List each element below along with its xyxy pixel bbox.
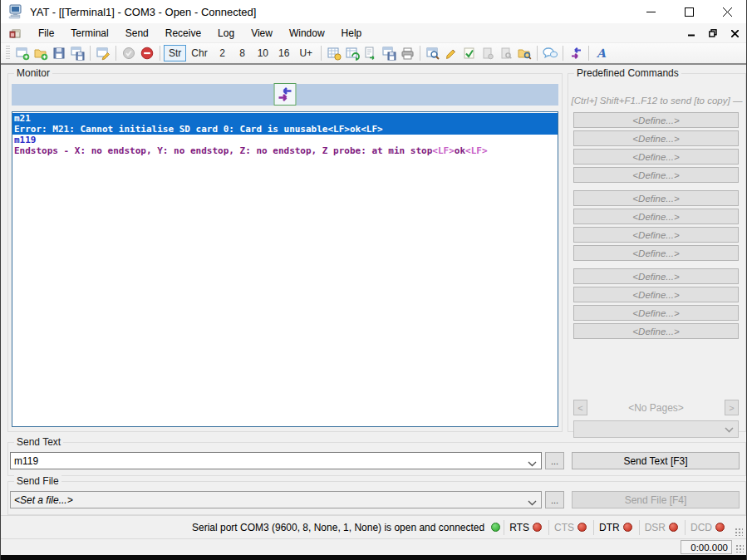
terminal-settings-icon[interactable] xyxy=(94,44,112,62)
define-command-button[interactable]: <Define...> xyxy=(573,323,739,339)
title-bar: YAT - [[Terminal1] - COM3 - Open - Conne… xyxy=(1,0,746,23)
define-command-button[interactable]: <Define...> xyxy=(573,268,739,284)
copy-page-icon xyxy=(479,44,497,62)
define-command-button[interactable]: <Define...> xyxy=(573,227,739,243)
define-command-button[interactable]: <Define...> xyxy=(573,130,739,146)
page-select-dropdown[interactable] xyxy=(573,420,739,438)
save-terminal-icon[interactable] xyxy=(50,44,68,62)
minimize-button[interactable] xyxy=(632,0,670,23)
send-text-input[interactable]: m119 xyxy=(10,452,542,469)
send-file-label: Send File xyxy=(14,475,61,487)
menu-bar: FileTerminalSendReceiveLogViewWindowHelp xyxy=(1,23,746,43)
send-text-button[interactable]: Send Text [F3] xyxy=(572,452,740,469)
window-bottom-border xyxy=(1,555,746,560)
send-file-input[interactable]: <Set a file...> xyxy=(10,491,542,508)
signal-dtr[interactable]: DTR xyxy=(593,520,637,535)
new-terminal-icon[interactable] xyxy=(13,44,32,62)
font-format-icon[interactable]: A xyxy=(592,44,611,62)
chevron-down-icon[interactable] xyxy=(528,458,537,469)
format-settings-icon[interactable] xyxy=(325,44,343,62)
define-command-button[interactable]: <Define...> xyxy=(573,287,739,302)
monitor-segment: <LF> xyxy=(465,145,488,156)
toolbar-separator xyxy=(115,46,116,61)
svg-text:A: A xyxy=(596,47,607,60)
save-monitor-icon[interactable] xyxy=(380,44,398,62)
radix-u+[interactable]: U+ xyxy=(294,45,317,61)
edit-check-icon[interactable] xyxy=(460,44,479,62)
radix-10[interactable]: 10 xyxy=(253,45,273,61)
menu-terminal[interactable]: Terminal xyxy=(62,24,116,42)
define-command-button[interactable]: <Define...> xyxy=(573,112,739,128)
edit-pencil-icon[interactable] xyxy=(442,44,460,62)
define-command-button[interactable]: <Define...> xyxy=(573,149,739,165)
stop-terminal-icon[interactable] xyxy=(138,44,156,62)
signal-dot-icon xyxy=(623,523,632,532)
menu-send[interactable]: Send xyxy=(117,24,157,42)
toolbar-separator xyxy=(420,46,420,61)
menu-receive[interactable]: Receive xyxy=(157,24,209,42)
close-button[interactable] xyxy=(708,0,746,23)
menu-log[interactable]: Log xyxy=(209,24,243,42)
find-icon[interactable] xyxy=(424,44,442,62)
menu-window[interactable]: Window xyxy=(281,24,333,42)
menu-items: FileTerminalSendReceiveLogViewWindowHelp xyxy=(30,24,370,42)
send-arrows-icon[interactable] xyxy=(567,44,585,62)
app-terminal-icon xyxy=(8,4,23,19)
radix-8[interactable]: 8 xyxy=(233,45,253,61)
connection-indicator-icon xyxy=(491,523,500,532)
define-command-button[interactable]: <Define...> xyxy=(573,305,739,321)
monitor-line[interactable]: Error: M21: Cannot initialise SD card 0:… xyxy=(12,124,558,135)
start-terminal-icon xyxy=(120,44,138,62)
send-text-label: Send Text xyxy=(14,436,63,448)
define-buttons: <Define...><Define...><Define...><Define… xyxy=(573,112,739,346)
define-command-button[interactable]: <Define...> xyxy=(573,245,739,261)
signal-dcd[interactable]: DCD xyxy=(685,520,730,535)
resize-grip[interactable] xyxy=(735,528,743,536)
define-command-button[interactable]: <Define...> xyxy=(573,209,739,224)
monitor-direction-bar xyxy=(12,84,558,106)
signal-cts[interactable]: CTS xyxy=(548,520,592,535)
radix-2[interactable]: 2 xyxy=(213,45,233,61)
signal-dot-icon xyxy=(577,523,587,532)
mdi-close-button[interactable] xyxy=(728,27,741,39)
send-text-group: Send Text m119 ... Send Text [F3] xyxy=(7,442,746,476)
monitor-group-label: Monitor xyxy=(14,67,52,79)
mdi-restore-button[interactable] xyxy=(706,27,720,39)
no-pages-label: <No Pages> xyxy=(587,402,725,414)
radix-str[interactable]: Str xyxy=(164,45,186,61)
monitor-line[interactable]: m119 xyxy=(14,135,556,145)
radix-16[interactable]: 16 xyxy=(273,45,294,61)
monitor-group: Monitor m21Error: M21: Cannot initialise… xyxy=(7,73,563,432)
refresh-icon[interactable] xyxy=(343,44,361,62)
chevron-down-icon[interactable] xyxy=(528,497,537,508)
define-command-button[interactable]: <Define...> xyxy=(573,190,739,206)
auto-response-icon[interactable] xyxy=(541,44,559,62)
menu-file[interactable]: File xyxy=(30,24,62,42)
menu-view[interactable]: View xyxy=(243,24,281,42)
log-folder-icon[interactable] xyxy=(515,44,533,62)
signal-dsr[interactable]: DSR xyxy=(639,520,683,535)
signal-rts[interactable]: RTS xyxy=(504,520,547,535)
send-predefined-icon[interactable] xyxy=(361,44,380,62)
save-workspace-icon[interactable] xyxy=(68,44,86,62)
print-monitor-icon[interactable] xyxy=(398,44,416,62)
monitor-segment: m21 xyxy=(14,113,31,124)
define-command-button[interactable]: <Define...> xyxy=(573,167,739,183)
radix-chr[interactable]: Chr xyxy=(186,45,212,61)
next-page-button[interactable]: > xyxy=(725,400,739,415)
toolbar-grip[interactable] xyxy=(6,46,10,61)
send-file-more-button[interactable]: ... xyxy=(545,491,564,508)
monitor-line[interactable]: Endstops - X: no endstop, Y: no endstop,… xyxy=(14,145,556,156)
send-text-more-button[interactable]: ... xyxy=(545,452,564,469)
monitor-line[interactable]: m21 xyxy=(12,113,558,124)
send-file-value: <Set a file...> xyxy=(14,494,73,506)
mdi-minimize-button[interactable] xyxy=(685,27,698,39)
open-terminal-icon[interactable] xyxy=(32,44,50,62)
menu-help[interactable]: Help xyxy=(333,24,371,42)
maximize-button[interactable] xyxy=(670,0,708,23)
predefined-hint: [Ctrl+] Shift+F1..F12 to send [to copy] … xyxy=(568,96,745,106)
resize-grip[interactable] xyxy=(735,544,744,553)
monitor-segment: ok xyxy=(350,124,361,135)
monitor-text-area[interactable]: m21Error: M21: Cannot initialise SD card… xyxy=(12,111,558,427)
prev-page-button[interactable]: < xyxy=(573,400,587,415)
